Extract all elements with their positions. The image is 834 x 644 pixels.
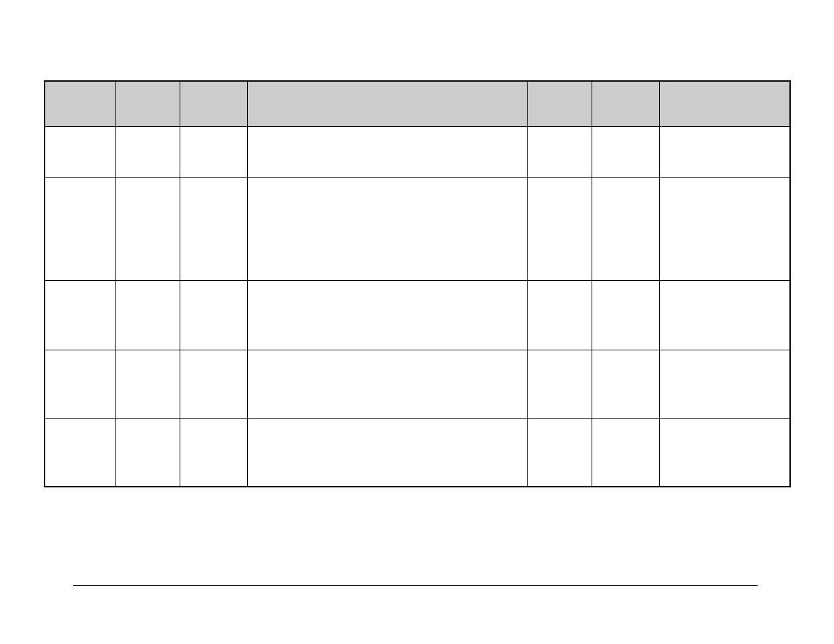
table-cell <box>180 178 247 281</box>
table-cell <box>115 281 180 350</box>
table-cell <box>115 127 180 178</box>
table-cell <box>659 127 790 178</box>
table-cell <box>659 419 790 487</box>
page <box>0 0 834 644</box>
table-cell <box>592 350 659 419</box>
table-cell <box>180 350 247 419</box>
table-cell <box>247 419 527 487</box>
table-header-row <box>45 81 790 127</box>
data-table <box>44 80 791 487</box>
table-row <box>45 419 790 487</box>
table-cell <box>45 127 115 178</box>
table-cell <box>247 178 527 281</box>
table-cell <box>247 127 527 178</box>
table-cell <box>247 350 527 419</box>
table-header-cell <box>45 81 115 127</box>
table-cell <box>180 419 247 487</box>
table-cell <box>115 350 180 419</box>
table-cell <box>45 178 115 281</box>
table-header-cell <box>659 81 790 127</box>
footer-rule <box>73 585 758 586</box>
table-row <box>45 127 790 178</box>
table-cell <box>45 419 115 487</box>
table-cell <box>592 281 659 350</box>
table-header-cell <box>592 81 659 127</box>
table-cell <box>180 127 247 178</box>
table-row <box>45 178 790 281</box>
table-cell <box>527 350 592 419</box>
table-header-cell <box>247 81 527 127</box>
table-cell <box>592 178 659 281</box>
table-header-cell <box>527 81 592 127</box>
table-cell <box>659 350 790 419</box>
table-cell <box>115 419 180 487</box>
table-header-cell <box>115 81 180 127</box>
table-cell <box>45 281 115 350</box>
table-cell <box>527 419 592 487</box>
table-cell <box>527 281 592 350</box>
table-row <box>45 350 790 419</box>
table-cell <box>527 127 592 178</box>
table-cell <box>592 127 659 178</box>
table-cell <box>659 178 790 281</box>
table-cell <box>247 281 527 350</box>
table-cell <box>180 281 247 350</box>
table-header-cell <box>180 81 247 127</box>
table-row <box>45 281 790 350</box>
table-cell <box>592 419 659 487</box>
table-cell <box>45 350 115 419</box>
table-cell <box>659 281 790 350</box>
table-cell <box>527 178 592 281</box>
table-cell <box>115 178 180 281</box>
